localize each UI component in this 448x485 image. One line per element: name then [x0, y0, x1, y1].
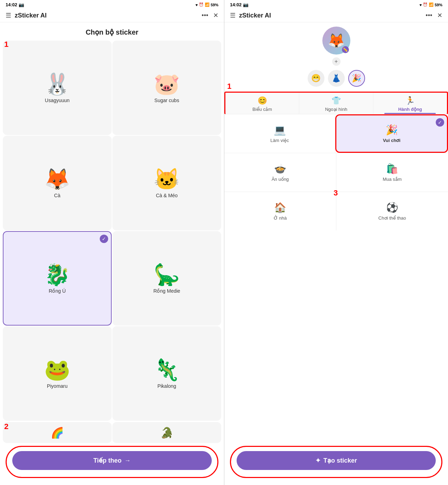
sticker-emoji-pikalong: 🦎: [154, 359, 180, 380]
an-uong-icon: 🍲: [274, 163, 286, 174]
tao-sticker-label: Tạo sticker: [323, 457, 357, 464]
sticker-emoji-ca-meo: 🐱: [154, 169, 180, 190]
signal-icon: 📶: [205, 2, 210, 7]
category-choi-the-thao[interactable]: ⚽ Chơi thể thao 3: [336, 192, 448, 230]
tao-sticker-icon: ✦: [315, 457, 321, 464]
tiep-theo-label: Tiếp theo: [93, 457, 122, 464]
choi-the-thao-icon: ⚽: [386, 202, 398, 213]
step1-label-right: 1: [227, 82, 231, 91]
category-mua-sam[interactable]: 🛍️ Mua sắm: [336, 153, 448, 192]
more-icon-right[interactable]: •••: [426, 12, 432, 19]
menu-icon-right[interactable]: ☰: [230, 12, 236, 19]
avatar-edit-icon[interactable]: ✏️: [342, 46, 349, 53]
heart-icon: ♥: [195, 3, 198, 7]
lam-viec-label: Làm việc: [271, 138, 289, 143]
top-bar-right: ☰ zSticker AI ••• ✕: [224, 9, 448, 22]
sticker-name-rong-medie: Rồng Medie: [153, 288, 180, 294]
preview-card-2: 🐊: [112, 422, 221, 443]
time-left: 14:02: [6, 2, 17, 7]
tao-sticker-button[interactable]: ✦ Tạo sticker: [237, 451, 436, 470]
style-emoji-option[interactable]: 😁: [308, 70, 324, 87]
step2-label-left: 2: [4, 422, 8, 431]
sticker-emoji-piyomaru: 🐸: [44, 359, 70, 380]
sticker-emoji-usagyuuun: 🐰: [44, 74, 70, 95]
sticker-name-ca: Cà: [54, 193, 61, 198]
style-party-option[interactable]: 🎉: [348, 70, 365, 87]
bottom-bar-right: ✦ Tạo sticker: [230, 446, 442, 478]
category-row-1: 💻 Làm việc ✓ 🎉 Vui chơi 2: [224, 114, 448, 153]
tab-hanh-dong[interactable]: 🏃 Hành động: [373, 93, 447, 114]
sticker-name-ca-meo: Cà & Méo: [156, 193, 177, 198]
tab-ngoai-hinh-icon: 👕: [331, 96, 341, 105]
step3-label-right: 3: [334, 188, 338, 198]
an-uong-label: Ăn uống: [272, 177, 289, 182]
category-lam-viec[interactable]: 💻 Làm việc: [224, 114, 335, 153]
tiep-theo-arrow: →: [124, 457, 131, 464]
avatar-section: 🦊 ✏️ + 😁 👗 🎉: [224, 22, 448, 92]
sticker-name-piyomaru: Piyomaru: [47, 383, 68, 389]
sticker-card-piyomaru[interactable]: 🐸 Piyomaru: [3, 326, 112, 421]
status-time-right: 14:02 📷: [230, 2, 248, 7]
app-title-left: zSticker AI: [15, 12, 47, 19]
o-nha-label: Ở nhà: [274, 215, 287, 221]
status-icons-right: ♥ ⏰ 📶 59%: [419, 2, 442, 7]
tab-bieu-cam-icon: 😊: [258, 96, 267, 105]
category-o-nha[interactable]: 🏠 Ở nhà: [224, 192, 336, 230]
vui-choi-icon: 🎉: [386, 124, 398, 136]
top-bar-left-section: ☰ zSticker AI: [6, 12, 47, 19]
category-row-3: 🏠 Ở nhà ⚽ Chơi thể thao 3: [224, 192, 448, 230]
close-icon-right[interactable]: ✕: [437, 12, 442, 19]
tab-header-row: 😊 Biểu cảm 👕 Ngoại hình 🏃 Hành động: [224, 92, 448, 114]
sticker-emoji-rong-medie: 🦕: [154, 264, 180, 285]
sticker-card-ca-meo[interactable]: 🐱 Cà & Méo: [112, 136, 221, 230]
page-title-left: Chọn bộ sticker: [0, 22, 224, 41]
status-icons-left: ♥ ⏰ 📶 59%: [195, 2, 218, 7]
status-icon-left: 📷: [19, 2, 24, 7]
category-vui-choi[interactable]: ✓ 🎉 Vui chơi 2: [335, 114, 448, 153]
preview-card-1: 🌈: [3, 422, 112, 443]
sticker-card-sugar-cubs[interactable]: 🐷 Sugar cubs: [112, 41, 221, 135]
top-bar-right-section: ••• ✕: [202, 12, 218, 19]
vui-choi-label: Vui chơi: [383, 138, 400, 143]
top-bar-right-right: ••• ✕: [426, 12, 442, 19]
tab-ngoai-hinh-label: Ngoại hình: [325, 107, 348, 112]
top-bar-right-left: ☰ zSticker AI: [230, 12, 271, 19]
sticker-card-rong-u[interactable]: ✓ 🐉 Rồng Ú: [3, 231, 112, 326]
alarm-icon: ⏰: [199, 2, 204, 7]
app-title-right: zSticker AI: [239, 12, 271, 19]
top-bar-left: ☰ zSticker AI ••• ✕: [0, 9, 224, 22]
time-right: 14:02: [230, 2, 241, 7]
sticker-name-pikalong: Pikalong: [158, 383, 176, 389]
bottom-bar-left: Tiếp theo →: [6, 446, 218, 478]
category-row-2: 🍲 Ăn uống 🛍️ Mua sắm: [224, 153, 448, 192]
mua-sam-label: Mua sắm: [383, 177, 401, 182]
close-icon-left[interactable]: ✕: [213, 12, 218, 19]
tiep-theo-button[interactable]: Tiếp theo →: [12, 451, 212, 470]
avatar-emoji: 🦊: [328, 33, 345, 49]
style-dress-option[interactable]: 👗: [328, 70, 345, 87]
category-an-uong[interactable]: 🍲 Ăn uống: [224, 153, 336, 192]
avatar-add-button[interactable]: +: [332, 57, 341, 66]
tab-hanh-dong-label: Hành động: [398, 107, 422, 112]
tab-section: 😊 Biểu cảm 👕 Ngoại hình 🏃 Hành động 1: [224, 92, 448, 114]
tab-ngoai-hinh[interactable]: 👕 Ngoại hình: [299, 93, 373, 114]
checkmark-rong-u: ✓: [100, 235, 108, 243]
battery-right: 59%: [435, 3, 442, 7]
sticker-card-rong-medie[interactable]: 🦕 Rồng Medie: [112, 231, 221, 326]
preview-emoji-1: 🌈: [51, 427, 64, 439]
right-panel: 14:02 📷 ♥ ⏰ 📶 59% ☰ zSticker AI ••• ✕ 🦊 …: [224, 0, 448, 485]
tab-bieu-cam[interactable]: 😊 Biểu cảm: [225, 93, 299, 114]
category-section: 💻 Làm việc ✓ 🎉 Vui chơi 2 🍲 Ăn uống 🛍️ M…: [224, 114, 448, 443]
alarm-icon-right: ⏰: [423, 2, 428, 7]
sticker-card-ca[interactable]: 🦊 Cà: [3, 136, 112, 230]
more-icon-left[interactable]: •••: [202, 12, 208, 19]
avatar-circle[interactable]: 🦊 ✏️: [322, 27, 350, 55]
menu-icon-left[interactable]: ☰: [6, 12, 11, 19]
o-nha-icon: 🏠: [274, 202, 286, 213]
status-icon-right: 📷: [243, 2, 248, 7]
step2-area: 2 🌈: [3, 422, 112, 443]
bottom-preview-area: 2 🌈 🐊: [0, 421, 224, 443]
sticker-name-rong-u: Rồng Ú: [49, 288, 66, 294]
sticker-card-usagyuuun[interactable]: 🐰 Usagyuuun: [3, 41, 112, 135]
sticker-card-pikalong[interactable]: 🦎 Pikalong: [112, 326, 221, 421]
